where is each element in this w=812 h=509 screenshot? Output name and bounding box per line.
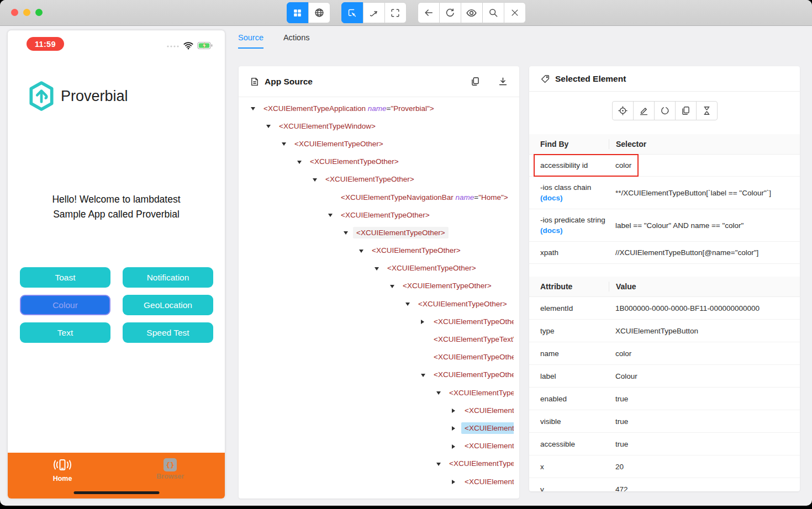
refresh-icon [445, 7, 456, 18]
collapse-arrow-icon[interactable] [375, 264, 384, 272]
refresh-button[interactable] [439, 2, 461, 23]
expand-arrow-icon[interactable] [452, 406, 461, 415]
window-titlebar [0, 0, 812, 26]
back-arrow-button[interactable] [418, 2, 440, 23]
expand-arrow-icon[interactable] [452, 442, 461, 450]
phone-button-colour[interactable]: Colour [20, 295, 110, 315]
collapse-arrow-icon[interactable] [297, 157, 307, 166]
device-screen-mirror[interactable]: 11:59 Proverbial Hello! Welcome [8, 30, 225, 499]
tab-browser[interactable]: {} Browser [140, 458, 201, 480]
document-icon [250, 77, 260, 87]
tree-node[interactable]: <XCUIElementTypeOther> [239, 473, 514, 490]
attribute-row: y472 [529, 478, 800, 491]
tree-node[interactable]: <XCUIElementTypeOther> [239, 295, 514, 312]
expand-arrow-icon[interactable] [421, 317, 430, 326]
attribute-value: 472 [609, 484, 800, 492]
expand-arrow-icon[interactable] [452, 424, 461, 432]
attribute-row: elementId1B000000-0000-0000-BF11-0000000… [529, 297, 800, 320]
status-time-pill: 11:59 [27, 37, 64, 51]
locate-element-button[interactable] [612, 101, 634, 120]
braces-icon: {} [164, 458, 177, 471]
find-by-strategy: -ios predicate string (docs) [540, 209, 609, 241]
tree-node[interactable]: <XCUIElementTypeOther> [239, 206, 514, 224]
phone-button-geolocation[interactable]: GeoLocation [123, 295, 213, 315]
tree-node[interactable]: <XCUIElementTypeApplication name="Prover… [239, 99, 514, 117]
download-source-icon[interactable] [498, 76, 508, 87]
tree-node[interactable]: <XCUIElementTypeTextView> [239, 330, 514, 348]
docs-link[interactable]: (docs) [540, 226, 563, 235]
tree-node[interactable]: <XCUIElementTypeOther> [239, 259, 514, 277]
hourglass-icon [702, 105, 712, 116]
close-window-button[interactable] [11, 9, 18, 16]
collapse-arrow-icon[interactable] [266, 122, 276, 130]
eye-button[interactable] [461, 2, 483, 23]
tree-node[interactable]: <XCUIElementTypeOther> [239, 384, 514, 401]
expand-arrow-icon[interactable] [452, 478, 461, 486]
collapse-arrow-icon[interactable] [344, 229, 353, 237]
phone-button-toast[interactable]: Toast [20, 267, 110, 288]
phone-button-notification[interactable]: Notification [123, 267, 213, 288]
attribute-value: 1B000000-0000-0000-BF11-000000000000 [609, 303, 800, 314]
attribute-name: type [540, 326, 609, 336]
selected-element-panel: Selected Element Find By Selector access… [529, 66, 800, 491]
globe-button[interactable] [308, 2, 330, 23]
phone-button-text[interactable]: Text [20, 322, 110, 343]
attribute-row: labelColour [529, 365, 800, 388]
attribute-value: XCUIElementTypeButton [609, 326, 800, 336]
swipe-icon [368, 8, 379, 18]
edit-element-button[interactable] [633, 101, 655, 120]
swipe-button[interactable] [363, 2, 385, 23]
clear-element-button[interactable] [654, 101, 676, 120]
collapse-arrow-icon[interactable] [421, 370, 430, 379]
tab-actions[interactable]: Actions [283, 33, 310, 49]
find-by-table: Find By Selector accessibility idcolor-i… [529, 134, 800, 264]
tree-node[interactable]: <XCUIElementTypeOther> [239, 277, 514, 295]
collapse-arrow-icon[interactable] [390, 282, 399, 290]
close-button[interactable] [504, 2, 526, 23]
tree-node[interactable]: <XCUIElementTypeOther> [239, 135, 514, 152]
app-button-grid: ToastNotificationColourGeoLocationTextSp… [20, 267, 213, 343]
phone-vibrate-icon [32, 458, 93, 474]
attribute-row: namecolor [529, 342, 800, 365]
collapse-arrow-icon[interactable] [359, 246, 368, 254]
select-element-button[interactable] [341, 2, 363, 23]
tree-node[interactable]: <XCUIElementTypeOther> [239, 242, 514, 259]
tree-node[interactable]: <XCUIElementTypeOther> [239, 171, 514, 188]
tree-node[interactable]: <XCUIElementTypeOther> [239, 153, 514, 171]
find-by-row: accessibility idcolor [529, 155, 800, 177]
collapse-arrow-icon[interactable] [436, 389, 446, 397]
wifi-icon [182, 40, 194, 51]
hourglass-element-button[interactable] [696, 101, 718, 120]
tree-node[interactable]: <XCUIElementTypeWindow> [239, 117, 514, 135]
collapse-arrow-icon[interactable] [405, 300, 415, 308]
tab-source[interactable]: Source [238, 33, 263, 49]
collapse-arrow-icon[interactable] [251, 104, 260, 113]
home-indicator-bar[interactable] [73, 491, 159, 494]
tree-node[interactable]: <XCUIElementTypeOther> [239, 401, 514, 419]
zoom-window-button[interactable] [35, 9, 43, 16]
tree-node[interactable]: <XCUIElementTypeOther> [239, 348, 514, 366]
phone-button-speed-test[interactable]: Speed Test [123, 322, 213, 343]
collapse-arrow-icon[interactable] [328, 211, 338, 219]
tree-node[interactable]: <XCUIElementTypeOther> [239, 437, 514, 455]
minimize-window-button[interactable] [23, 9, 30, 16]
attribute-value: color [609, 348, 800, 359]
tree-node[interactable]: <XCUIElementTypeOther> [239, 455, 514, 473]
tree-node[interactable]: <XCUIElementTypeNavigationBar name="Home… [239, 188, 514, 206]
grid-button[interactable] [287, 2, 309, 23]
tree-node[interactable]: <XCUIElementTypeOther> [239, 312, 514, 330]
tree-node[interactable]: <XCUIElementTypeOther> [239, 224, 514, 241]
collapse-arrow-icon[interactable] [313, 175, 322, 183]
element-action-toolbar [529, 101, 800, 120]
copy-element-button[interactable] [675, 101, 697, 120]
tree-node[interactable]: <XCUIElementTypeOther> [239, 419, 514, 437]
collapse-arrow-icon[interactable] [436, 459, 446, 468]
collapse-arrow-icon[interactable] [282, 140, 291, 148]
edit-icon [639, 105, 649, 116]
copy-source-icon[interactable] [470, 76, 481, 87]
docs-link[interactable]: (docs) [540, 194, 563, 202]
fit-screen-button[interactable] [384, 2, 407, 23]
search-button[interactable] [482, 2, 504, 23]
tree-node[interactable]: <XCUIElementTypeOther> [239, 366, 514, 384]
tab-home[interactable]: Home [32, 458, 93, 483]
